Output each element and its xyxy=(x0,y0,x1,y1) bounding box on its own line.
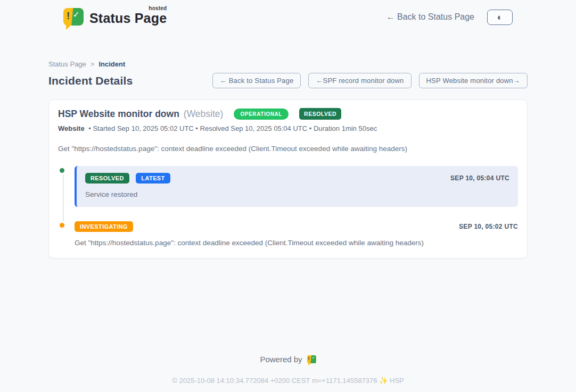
copyright-line: © 2025-10-08 14:10:34.772084 +0200 CEST … xyxy=(0,377,576,385)
incident-meta: Website • Started Sep 10, 2025 05:02 UTC… xyxy=(58,124,518,132)
timeline-latest-badge: LATEST xyxy=(136,173,170,184)
timeline-marker-column xyxy=(58,221,69,247)
title-row: Incident Details ← Back to Status Page ←… xyxy=(48,73,528,88)
copyright-text: © 2025-10-08 14:10:34.772084 +0200 CEST … xyxy=(172,377,377,385)
resolved-update-header: RESOLVED LATEST SEP 10, 05:04 UTC xyxy=(85,173,509,184)
exclamation-icon: ! xyxy=(67,10,70,22)
resolved-update-badges: RESOLVED LATEST xyxy=(85,173,170,184)
powered-by-label: Powered by xyxy=(260,355,302,364)
timeline-entry-resolved: RESOLVED LATEST SEP 10, 05:04 UTC Servic… xyxy=(58,166,518,207)
powered-by-link[interactable]: Powered by ! ✓ xyxy=(260,355,316,364)
incident-nav-buttons: ← Back to Status Page ←SPF record monito… xyxy=(212,73,528,88)
prev-incident-button[interactable]: ←SPF record monitor down xyxy=(308,73,411,88)
brand-name: Status Page hosted xyxy=(89,10,167,26)
incident-meta-details: • Started Sep 10, 2025 05:02 UTC • Resol… xyxy=(88,124,377,132)
footer: Powered by ! ✓ © 2025-10-08 14:10:34.772… xyxy=(0,355,576,385)
header-back-to-status-page-link[interactable]: ← Back to Status Page xyxy=(386,12,474,22)
breadcrumb-status-page[interactable]: Status Page xyxy=(48,60,86,68)
exclamation-icon: ! xyxy=(308,356,310,361)
resolved-update-panel: RESOLVED LATEST SEP 10, 05:04 UTC Servic… xyxy=(75,166,518,207)
incident-title: HSP Website monitor down xyxy=(58,109,179,120)
investigating-update-message: Get "https://hostedstatus.page": context… xyxy=(75,239,518,247)
half-circle-contrast-icon: ◐ xyxy=(497,13,503,22)
logo-bubble: ! ✓ xyxy=(63,8,84,26)
main-content: Status Page > Incident Incident Details … xyxy=(48,60,528,258)
timeline-entry-investigating: INVESTIGATING SEP 10, 05:02 UTC Get "htt… xyxy=(58,221,518,247)
logo-speech-tail xyxy=(66,25,71,30)
brand-logo-link[interactable]: ! ✓ Status Page hosted xyxy=(63,8,167,26)
logo-bubble: ! ✓ xyxy=(307,355,316,363)
timeline-marker-column xyxy=(58,166,69,207)
incident-title-row: HSP Website monitor down (Website) OPERA… xyxy=(58,108,518,120)
incident-description: Get "https://hostedstatus.page": context… xyxy=(58,145,518,153)
checkmark-icon: ✓ xyxy=(73,10,80,20)
breadcrumb-separator: > xyxy=(90,60,95,68)
resolved-status-badge: RESOLVED xyxy=(299,108,341,120)
breadcrumb-incident: Incident xyxy=(98,60,125,68)
timeline-resolved-badge: RESOLVED xyxy=(85,173,129,184)
incident-card: HSP Website monitor down (Website) OPERA… xyxy=(48,99,528,258)
resolved-update-message: Service restored xyxy=(85,190,509,198)
header-actions: ← Back to Status Page ◐ xyxy=(386,10,513,25)
resolved-dot-icon xyxy=(58,166,66,174)
investigating-update-content: INVESTIGATING SEP 10, 05:02 UTC Get "htt… xyxy=(75,221,518,247)
back-to-status-page-button[interactable]: ← Back to Status Page xyxy=(212,73,301,88)
brand-superscript: hosted xyxy=(149,5,167,12)
copyright-brand: HSP xyxy=(390,377,404,385)
status-page-logo-icon: ! ✓ xyxy=(63,8,84,26)
page-title: Incident Details xyxy=(48,74,133,87)
theme-toggle-button[interactable]: ◐ xyxy=(487,10,513,25)
logo-speech-tail xyxy=(308,363,311,365)
next-incident-button[interactable]: HSP Website monitor down→ xyxy=(419,73,528,88)
incident-timeline: RESOLVED LATEST SEP 10, 05:04 UTC Servic… xyxy=(58,166,518,247)
investigating-dot-icon xyxy=(58,221,66,229)
investigating-update-timestamp: SEP 10, 05:02 UTC xyxy=(459,223,518,230)
footer-status-page-logo-icon: ! ✓ xyxy=(307,355,316,363)
resolved-update-timestamp: SEP 10, 05:04 UTC xyxy=(450,174,509,182)
sparkles-icon: ✨ xyxy=(379,377,388,385)
incident-meta-component: Website xyxy=(58,124,85,132)
brand-name-text: Status Page xyxy=(89,11,167,26)
operational-status-badge: OPERATIONAL xyxy=(234,109,289,120)
incident-component: (Website) xyxy=(184,109,224,120)
checkmark-icon: ✓ xyxy=(312,356,315,360)
timeline-investigating-badge: INVESTIGATING xyxy=(75,221,133,232)
investigating-update-header: INVESTIGATING SEP 10, 05:02 UTC xyxy=(75,221,518,232)
header: ! ✓ Status Page hosted ← Back to Status … xyxy=(48,0,528,26)
breadcrumb: Status Page > Incident xyxy=(48,60,528,68)
